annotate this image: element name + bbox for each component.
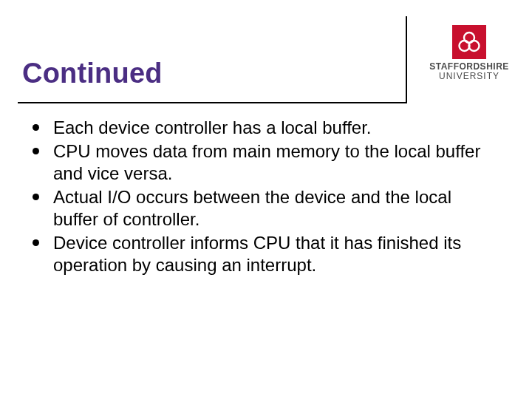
- bullet-text: Actual I/O occurs between the device and…: [53, 187, 451, 229]
- university-logo: STAFFORDSHIRE UNIVERSITY: [429, 25, 510, 81]
- slide: Continued STAFFORDSHIRE UNIVERSITY Each …: [0, 0, 532, 399]
- logo-text: STAFFORDSHIRE UNIVERSITY: [429, 62, 510, 81]
- divider-horizontal: [18, 102, 407, 103]
- bullet-text: Device controller informs CPU that it ha…: [53, 233, 461, 275]
- logo-line1: STAFFORDSHIRE: [429, 61, 509, 72]
- list-item: Actual I/O occurs between the device and…: [31, 186, 488, 231]
- staffordshire-knot-icon: [457, 30, 482, 55]
- logo-line2: UNIVERSITY: [439, 71, 499, 81]
- bullet-text: CPU moves data from main memory to the l…: [53, 141, 480, 183]
- logo-mark: [452, 25, 486, 59]
- list-item: Device controller informs CPU that it ha…: [31, 232, 488, 276]
- bullet-text: Each device controller has a local buffe…: [53, 117, 371, 137]
- divider-vertical: [406, 16, 407, 102]
- bullet-list: Each device controller has a local buffe…: [31, 117, 488, 276]
- page-title: Continued: [22, 58, 163, 89]
- list-item: CPU moves data from main memory to the l…: [31, 140, 488, 185]
- body-text: Each device controller has a local buffe…: [31, 117, 488, 278]
- list-item: Each device controller has a local buffe…: [31, 117, 488, 139]
